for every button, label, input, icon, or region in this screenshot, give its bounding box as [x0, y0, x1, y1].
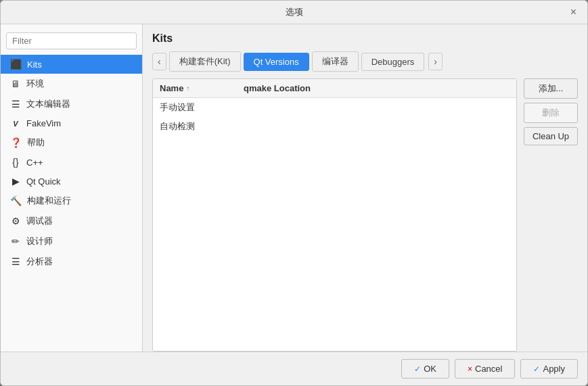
- options-dialog: 选项 × ⬛ Kits 🖥 环境 ☰ 文本编辑器 V FakeVim: [0, 0, 588, 386]
- sidebar-env-label: 环境: [26, 78, 44, 90]
- sidebar-item-build[interactable]: 🔨 构建和运行: [1, 191, 142, 211]
- close-button[interactable]: ×: [566, 5, 581, 19]
- table-row[interactable]: 手动设置: [153, 98, 516, 117]
- tab-kit[interactable]: 构建套件(Kit): [169, 51, 241, 72]
- sidebar-item-cpp[interactable]: {} C++: [1, 153, 142, 172]
- ok-check-icon: ✓: [414, 364, 421, 374]
- designer-icon: ✏: [10, 236, 21, 247]
- content-area: Name ↑ qmake Location 手动设置 自动检测 添加... 删除: [152, 78, 578, 352]
- build-icon: 🔨: [10, 195, 22, 206]
- tab-debuggers[interactable]: Debuggers: [361, 53, 425, 71]
- sidebar-item-qtquick[interactable]: ▶ Qt Quick: [1, 172, 142, 191]
- tab-compiler[interactable]: 编译器: [312, 51, 359, 72]
- qt-versions-table: Name ↑ qmake Location 手动设置 自动检测: [152, 78, 517, 352]
- help-icon: ❓: [10, 137, 22, 148]
- tab-next-button[interactable]: ›: [428, 53, 443, 70]
- sidebar-item-env[interactable]: 🖥 环境: [1, 74, 142, 94]
- fakevim-icon: V: [10, 120, 21, 128]
- editor-icon: ☰: [10, 99, 21, 110]
- apply-check-icon: ✓: [533, 364, 540, 374]
- table-header: Name ↑ qmake Location: [153, 79, 516, 98]
- ok-label: OK: [424, 364, 436, 374]
- apply-label: Apply: [543, 364, 565, 374]
- sidebar-fakevim-label: FakeVim: [26, 118, 61, 128]
- dialog-body: ⬛ Kits 🖥 环境 ☰ 文本编辑器 V FakeVim ❓ 帮助 {} C+…: [1, 24, 587, 352]
- col-location-header: qmake Location: [244, 83, 510, 93]
- title-bar: 选项 ×: [1, 1, 587, 24]
- sidebar-item-editor[interactable]: ☰ 文本编辑器: [1, 94, 142, 114]
- debugger-icon: ⚙: [10, 216, 21, 226]
- sidebar-item-kits[interactable]: ⬛ Kits: [1, 55, 142, 74]
- sidebar-build-label: 构建和运行: [27, 195, 71, 207]
- kits-icon: ⬛: [10, 59, 22, 70]
- tab-prev-button[interactable]: ‹: [152, 53, 166, 70]
- sidebar-kits-label: Kits: [27, 59, 42, 70]
- sidebar: ⬛ Kits 🖥 环境 ☰ 文本编辑器 V FakeVim ❓ 帮助 {} C+…: [1, 24, 143, 352]
- main-title: Kits: [152, 32, 578, 45]
- ok-button[interactable]: ✓ OK: [401, 359, 449, 379]
- sidebar-item-fakevim[interactable]: V FakeVim: [1, 114, 142, 132]
- sidebar-debugger-label: 调试器: [26, 215, 53, 227]
- sidebar-editor-label: 文本编辑器: [26, 98, 70, 110]
- cancel-button[interactable]: × Cancel: [455, 359, 515, 379]
- add-button[interactable]: 添加...: [524, 78, 578, 99]
- sidebar-item-help[interactable]: ❓ 帮助: [1, 132, 142, 153]
- qtquick-icon: ▶: [10, 176, 21, 187]
- sidebar-item-debugger[interactable]: ⚙ 调试器: [1, 211, 142, 231]
- tabs-bar: ‹ 构建套件(Kit) Qt Versions 编译器 Debuggers ›: [152, 51, 578, 72]
- cancel-x-icon: ×: [468, 364, 472, 374]
- sort-icon: ↑: [186, 85, 189, 92]
- apply-button[interactable]: ✓ Apply: [520, 359, 578, 379]
- env-icon: 🖥: [10, 78, 21, 89]
- col-name-header: Name ↑: [160, 83, 241, 93]
- sidebar-item-analyzer[interactable]: ☰ 分析器: [1, 251, 142, 272]
- cpp-icon: {}: [10, 157, 21, 168]
- sidebar-analyzer-label: 分析器: [26, 256, 53, 268]
- dialog-footer: ✓ OK × Cancel ✓ Apply: [1, 352, 587, 385]
- side-buttons: 添加... 删除 Clean Up: [524, 78, 578, 352]
- sidebar-designer-label: 设计师: [26, 235, 53, 247]
- tab-qtversions[interactable]: Qt Versions: [244, 53, 309, 71]
- cancel-label: Cancel: [475, 364, 502, 374]
- dialog-title: 选项: [286, 6, 303, 18]
- table-row[interactable]: 自动检测: [153, 117, 516, 136]
- sidebar-qtquick-label: Qt Quick: [26, 176, 61, 187]
- sidebar-help-label: 帮助: [27, 137, 45, 149]
- filter-input[interactable]: [6, 32, 137, 49]
- cleanup-button[interactable]: Clean Up: [524, 127, 578, 145]
- remove-button[interactable]: 删除: [524, 103, 578, 123]
- main-content: Kits ‹ 构建套件(Kit) Qt Versions 编译器 Debugge…: [143, 24, 587, 352]
- sidebar-item-designer[interactable]: ✏ 设计师: [1, 231, 142, 251]
- analyzer-icon: ☰: [10, 256, 21, 267]
- sidebar-cpp-label: C++: [26, 158, 43, 168]
